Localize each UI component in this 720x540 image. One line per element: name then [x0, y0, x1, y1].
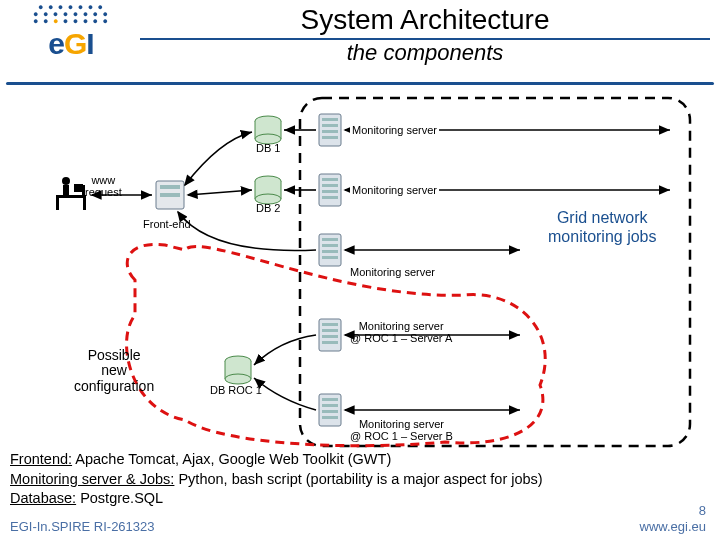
footer-notes: Frontend: Apache Tomcat, Ajax, Google We…	[10, 450, 710, 509]
site-url: www.egi.eu	[640, 519, 706, 534]
footer-line2-rest: Python, bash script (portability is a ma…	[174, 471, 542, 487]
monroca-label: Monitoring server @ ROC 1 – Server A	[350, 320, 452, 344]
monrocb-label: Monitoring server @ ROC 1 – Server B	[350, 418, 453, 442]
www-request-label: www request	[85, 174, 122, 198]
arrow-mon3-frontend	[178, 212, 316, 251]
egi-logo: ● ● ● ● ● ● ●● ● ● ● ● ● ● ●● ● ● ● ● ● …	[6, 4, 136, 80]
db1-label: DB 1	[256, 142, 280, 154]
arrow-frontend-db1	[185, 132, 252, 185]
footer-line3-rest: Postgre.SQL	[76, 490, 163, 506]
footer-line1-rest: Apache Tomcat, Ajax, Google Web Toolkit …	[72, 451, 391, 467]
dbroc1-label: DB ROC 1	[210, 384, 262, 396]
frontend-icon	[156, 181, 184, 209]
arrow-monroca-dbroc1	[254, 335, 316, 365]
slide-reference: EGI-In.SPIRE RI-261323	[10, 519, 155, 534]
logo-text: eGI	[6, 27, 136, 61]
mon2-label: Monitoring server	[350, 184, 439, 196]
mon1-label: Monitoring server	[350, 124, 439, 136]
mon3-label: Monitoring server	[350, 266, 435, 278]
db2-label: DB 2	[256, 202, 280, 214]
monrocb-icon	[319, 394, 341, 426]
footer-line3-u: Database:	[10, 490, 76, 506]
grid-jobs-label: Grid network monitoring jobs	[548, 208, 657, 246]
page-subtitle: the components	[140, 40, 710, 66]
mon3-icon	[319, 234, 341, 266]
monroca-icon	[319, 319, 341, 351]
architecture-diagram: www request Front-end DB 1 DB 2 DB ROC 1…	[0, 90, 720, 460]
arrow-monrocb-dbroc1	[254, 378, 316, 410]
footer-line2-u: Monitoring server & Jobs:	[10, 471, 174, 487]
db2-icon	[255, 176, 281, 204]
mon1-icon	[319, 114, 341, 146]
title-underline	[6, 82, 714, 85]
arrow-frontend-db2	[188, 190, 252, 195]
page-number: 8	[699, 503, 706, 518]
title-bar: System Architecture the components	[140, 4, 710, 66]
possible-config-label: Possible new configuration	[74, 348, 154, 394]
mon2-icon	[319, 174, 341, 206]
dbroc1-icon	[225, 356, 251, 384]
db1-icon	[255, 116, 281, 144]
frontend-label: Front-end	[143, 218, 191, 230]
logo-dots: ● ● ● ● ● ● ●● ● ● ● ● ● ● ●● ● ● ● ● ● …	[6, 4, 136, 25]
footer-line1-u: Frontend:	[10, 451, 72, 467]
user-icon	[56, 177, 86, 210]
page-title: System Architecture	[140, 4, 710, 40]
